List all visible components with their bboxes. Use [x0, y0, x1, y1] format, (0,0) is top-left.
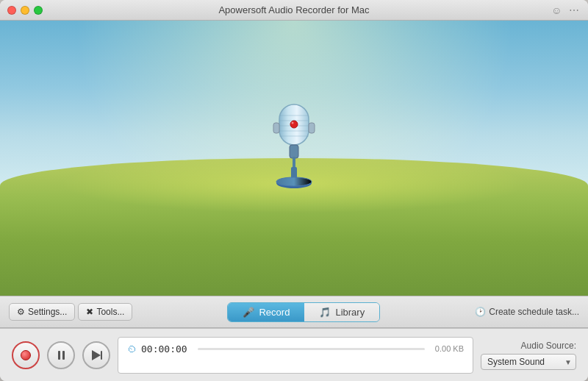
- maximize-button[interactable]: [34, 6, 43, 15]
- toolbar-right: 🕑 Create schedule task...: [475, 307, 579, 317]
- settings-label: Settings...: [28, 307, 67, 317]
- titlebar-right-icons: ☺ ⋯: [551, 4, 581, 16]
- progress-section: ⏲ 00:00:00 0.00 KB: [118, 337, 473, 374]
- svg-rect-8: [273, 123, 279, 133]
- schedule-button[interactable]: 🕑 Create schedule task...: [475, 307, 579, 317]
- svg-point-7: [292, 122, 294, 124]
- tools-icon: ✖: [86, 307, 93, 317]
- toolbar: ⚙ Settings... ✖ Tools... 🎤 Record 🎵 Libr…: [0, 296, 588, 328]
- microphone-graphic: [257, 101, 331, 196]
- menu-icon[interactable]: ⋯: [569, 4, 581, 16]
- progress-bar: [198, 348, 425, 350]
- svg-point-6: [290, 121, 298, 128]
- pause-button[interactable]: [47, 341, 75, 369]
- progress-top: ⏲ 00:00:00 0.00 KB: [127, 343, 464, 355]
- svg-rect-9: [309, 123, 315, 133]
- schedule-label: Create schedule task...: [489, 307, 579, 317]
- settings-icon: ⚙: [17, 307, 25, 317]
- audio-source-select[interactable]: System Sound Microphone Virtual Audio: [481, 354, 576, 370]
- play-skip-icon: [90, 350, 102, 360]
- file-size-display: 0.00 KB: [435, 344, 464, 353]
- controls-bar: ⏲ 00:00:00 0.00 KB Audio Source: System …: [0, 328, 588, 381]
- audio-source-wrapper: System Sound Microphone Virtual Audio ▼: [481, 354, 576, 370]
- toolbar-left: ⚙ Settings... ✖ Tools...: [9, 303, 132, 321]
- play-skip-button[interactable]: [82, 341, 110, 369]
- audio-source-label: Audio Source:: [521, 341, 576, 351]
- record-tab-label: Record: [259, 307, 290, 318]
- main-window: Apowersoft Audio Recorder for Mac ☺ ⋯: [0, 0, 588, 381]
- svg-rect-10: [290, 145, 298, 158]
- tools-label: Tools...: [96, 307, 124, 317]
- library-tab-icon: 🎵: [319, 307, 331, 318]
- settings-button[interactable]: ⚙ Settings...: [9, 303, 75, 321]
- record-button[interactable]: [12, 341, 40, 369]
- audio-source-section: Audio Source: System Sound Microphone Vi…: [481, 341, 576, 370]
- main-visual-area: [0, 21, 588, 296]
- tab-group: 🎤 Record 🎵 Library: [227, 302, 380, 322]
- user-icon[interactable]: ☺: [551, 4, 563, 16]
- library-tab-label: Library: [335, 307, 365, 318]
- window-title: Apowersoft Audio Recorder for Mac: [218, 4, 369, 15]
- library-tab[interactable]: 🎵 Library: [304, 303, 379, 321]
- minimize-button[interactable]: [21, 6, 29, 15]
- time-display: 00:00:00: [141, 343, 187, 355]
- timer-icon: ⏲: [127, 343, 137, 355]
- clock-schedule-icon: 🕑: [475, 307, 486, 317]
- tools-button[interactable]: ✖ Tools...: [78, 303, 132, 321]
- titlebar-buttons: [7, 6, 43, 15]
- svg-point-13: [276, 177, 312, 186]
- microphone-icon: [257, 101, 331, 196]
- record-dot-icon: [21, 350, 31, 360]
- titlebar: Apowersoft Audio Recorder for Mac ☺ ⋯: [0, 0, 588, 21]
- microphone-tab-icon: 🎤: [243, 307, 254, 318]
- close-button[interactable]: [7, 6, 16, 15]
- record-tab[interactable]: 🎤 Record: [228, 303, 304, 321]
- pause-icon: [58, 351, 65, 360]
- toolbar-center: 🎤 Record 🎵 Library: [132, 302, 475, 322]
